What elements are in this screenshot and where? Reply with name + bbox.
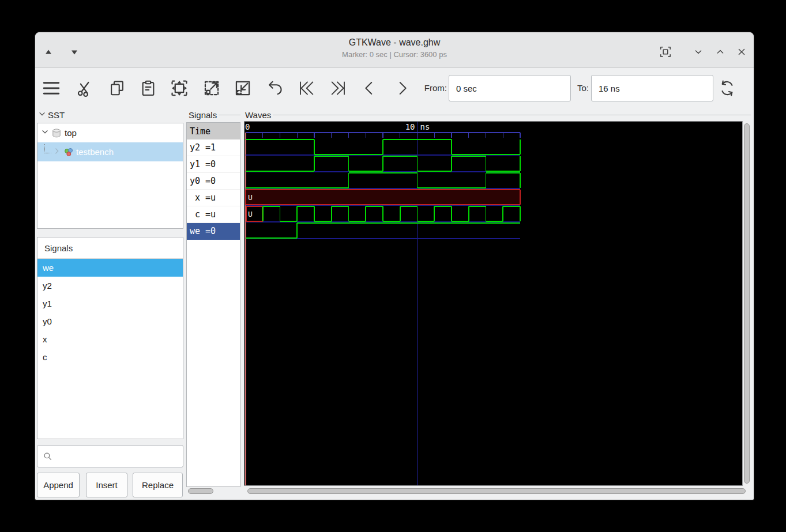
signal-value-row[interactable]: y2 =1	[187, 139, 240, 156]
signals-panel-hscrollbar[interactable]	[188, 488, 213, 494]
signal-values-panel: Time y2 =1 y1 =0 y0 =0 x =u c =u we =0	[186, 122, 240, 487]
sst-frame-label: SST	[38, 109, 65, 120]
signal-value-row[interactable]: x =u	[187, 190, 240, 206]
next-edge-button[interactable]	[390, 77, 413, 100]
tree-expander-open[interactable]	[41, 128, 49, 138]
waves-panel-title: Waves	[245, 110, 271, 120]
sst-tree: top testbench	[37, 123, 183, 229]
signal-list-item[interactable]: y0	[37, 312, 183, 330]
svg-text:ns: ns	[420, 122, 430, 131]
titlebar: GTKWave - wave.ghw Marker: 0 sec | Curso…	[35, 32, 754, 68]
seek-start-button[interactable]	[295, 77, 318, 100]
scissors-icon	[76, 79, 94, 97]
gtkwave-window: GTKWave - wave.ghw Marker: 0 sec | Curso…	[35, 32, 754, 500]
tree-node-testbench[interactable]: testbench	[37, 142, 183, 161]
menu-button[interactable]	[40, 77, 63, 100]
database-icon	[51, 128, 62, 138]
copy-button[interactable]	[106, 77, 129, 100]
shade-down-button[interactable]	[67, 44, 82, 59]
tree-connector	[44, 144, 51, 153]
screen: { "window": { "title": "GTKWave - wave.g…	[0, 0, 786, 532]
svg-text:U: U	[248, 193, 253, 202]
signal-list-item[interactable]: x	[37, 330, 183, 348]
signal-list-item[interactable]: we	[37, 259, 183, 277]
signal-list-item[interactable]: y2	[37, 277, 183, 295]
chevron-up-icon	[714, 46, 727, 58]
search-icon	[43, 451, 52, 461]
signal-value-row[interactable]: c =u	[187, 206, 240, 223]
svg-text:0: 0	[245, 122, 250, 131]
module-icon	[63, 147, 74, 157]
from-label: From:	[417, 83, 447, 93]
frame-line	[273, 115, 751, 115]
to-input[interactable]	[591, 75, 713, 101]
zoom-in-icon	[202, 78, 221, 98]
fullscreen-button[interactable]	[658, 44, 673, 59]
signal-search-box	[37, 445, 183, 467]
titlebar-status: Marker: 0 sec | Cursor: 3600 ps	[151, 50, 638, 59]
replace-button[interactable]: Replace	[133, 473, 183, 497]
tree-expander-closed[interactable]	[53, 147, 61, 157]
signal-value-row[interactable]: y0 =0	[187, 173, 240, 190]
signal-list-item[interactable]: c	[37, 348, 183, 366]
svg-text:10: 10	[405, 122, 415, 131]
paste-button[interactable]	[137, 77, 160, 100]
to-label: To:	[573, 83, 589, 93]
close-icon	[735, 46, 748, 58]
maximize-button[interactable]	[713, 44, 728, 59]
signal-value-row[interactable]: y1 =0	[187, 156, 240, 173]
undo-button[interactable]	[264, 77, 287, 100]
search-input[interactable]	[56, 451, 183, 462]
waves-hscrollbar[interactable]	[247, 488, 746, 494]
triangle-down-icon	[70, 47, 79, 56]
sst-title: SST	[48, 110, 65, 120]
skip-to-end-icon	[329, 79, 348, 97]
signals-panel-title: Signals	[189, 110, 217, 120]
shade-up-button[interactable]	[41, 44, 56, 59]
undo-icon	[266, 79, 284, 97]
chevron-right-icon	[53, 147, 61, 155]
wave-canvas[interactable]: 010nsUU	[245, 122, 742, 485]
clipboard-paste-icon	[139, 79, 157, 97]
waveform-display: 010nsUU	[245, 122, 742, 485]
prev-edge-button[interactable]	[358, 77, 381, 100]
copy-icon	[108, 79, 126, 97]
reload-icon	[718, 79, 736, 97]
close-button[interactable]	[734, 44, 749, 59]
minimize-button[interactable]	[691, 44, 706, 59]
chevron-right-icon	[393, 79, 411, 97]
signals-frame-label: Signals	[189, 109, 240, 120]
seek-end-button[interactable]	[327, 77, 350, 100]
sst-signals-list: Signals we y2 y1 y0 x c	[37, 237, 183, 439]
zoom-in-button[interactable]	[200, 77, 223, 100]
skip-to-start-icon	[297, 79, 315, 97]
zoom-out-button[interactable]	[231, 77, 254, 100]
chevron-left-icon	[360, 79, 379, 97]
from-input[interactable]	[449, 75, 571, 101]
signals-column-header: Signals	[37, 237, 183, 259]
signal-list-item[interactable]: y1	[37, 295, 183, 312]
cut-button[interactable]	[73, 77, 96, 100]
zoom-fit-icon	[170, 78, 189, 98]
svg-text:U: U	[248, 210, 253, 218]
reload-button[interactable]	[716, 77, 739, 100]
tree-node-label: testbench	[76, 147, 114, 157]
chevron-down-icon	[692, 46, 705, 58]
waves-frame-label: Waves	[245, 109, 751, 120]
signal-value-row-selected[interactable]: we =0	[187, 223, 240, 240]
titlebar-text: GTKWave - wave.ghw Marker: 0 sec | Curso…	[151, 37, 638, 59]
chevron-down-icon	[41, 128, 49, 136]
insert-button[interactable]: Insert	[86, 473, 127, 497]
triangle-up-icon	[44, 47, 53, 56]
fullscreen-icon	[659, 45, 672, 59]
frame-line	[219, 115, 240, 115]
sst-collapse-expander[interactable]	[38, 110, 46, 120]
zoom-fit-button[interactable]	[168, 77, 191, 100]
waves-vscrollbar[interactable]	[744, 123, 750, 484]
chevron-down-icon	[38, 110, 46, 118]
time-column-header[interactable]: Time	[187, 123, 240, 139]
append-button[interactable]: Append	[37, 473, 80, 497]
tree-node-top[interactable]: top	[37, 123, 183, 142]
hamburger-menu-icon	[42, 78, 61, 98]
tree-node-label: top	[65, 128, 77, 138]
